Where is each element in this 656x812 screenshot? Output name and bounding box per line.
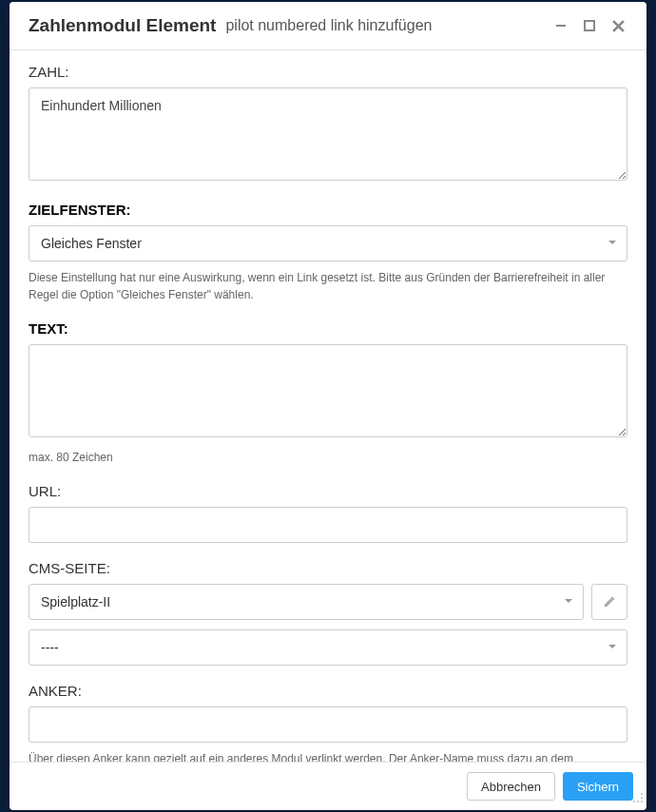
- pencil-icon: [603, 595, 616, 609]
- text-textarea[interactable]: [29, 344, 627, 437]
- dialog-subtitle: pilot numbered link hinzufügen: [225, 17, 542, 34]
- cms-sub-select[interactable]: ----: [29, 629, 627, 666]
- anker-help-1: Über diesen Anker kann gezielt auf ein a…: [29, 750, 627, 762]
- url-label: URL:: [29, 483, 627, 499]
- zielfenster-selected: Gleiches Fenster: [41, 236, 142, 251]
- dialog-body[interactable]: ZAHL: ZIELFENSTER: Gleiches Fenster Dies…: [10, 50, 646, 762]
- save-button[interactable]: Sichern: [563, 772, 633, 801]
- svg-point-6: [633, 801, 635, 802]
- anker-input[interactable]: [29, 706, 627, 743]
- close-button[interactable]: [608, 16, 627, 35]
- maximize-icon: [584, 20, 595, 31]
- svg-point-2: [641, 797, 643, 799]
- dialog-header: Zahlenmodul Element pilot numbered link …: [10, 2, 646, 50]
- zielfenster-help: Diese Einstellung hat nur eine Auswirkun…: [29, 269, 627, 303]
- zielfenster-label: ZIELFENSTER:: [29, 202, 627, 218]
- svg-rect-1: [585, 21, 594, 30]
- cms-edit-button[interactable]: [591, 584, 627, 620]
- cms-page-select[interactable]: Spielplatz-II: [29, 584, 584, 620]
- svg-point-3: [637, 801, 639, 802]
- dialog: Zahlenmodul Element pilot numbered link …: [10, 2, 646, 810]
- minimize-icon: [555, 20, 567, 31]
- zahl-label: ZAHL:: [29, 64, 627, 80]
- minimize-button[interactable]: [551, 16, 570, 35]
- cms-field: CMS-SEITE: Spielplatz-II ----: [29, 560, 627, 666]
- anker-label: ANKER:: [29, 683, 627, 699]
- cancel-button[interactable]: Abbrechen: [467, 772, 555, 801]
- cms-sub-selected: ----: [41, 640, 59, 655]
- zielfenster-select[interactable]: Gleiches Fenster: [29, 225, 627, 261]
- svg-point-4: [641, 801, 643, 802]
- url-field: URL:: [29, 483, 627, 543]
- resize-handle-icon[interactable]: [632, 790, 644, 807]
- svg-rect-0: [556, 25, 566, 27]
- close-icon: [612, 20, 625, 32]
- text-field: TEXT: max. 80 Zeichen: [29, 320, 627, 466]
- dialog-footer: Abbrechen Sichern: [10, 762, 646, 810]
- maximize-button[interactable]: [580, 16, 599, 35]
- anker-field: ANKER: Über diesen Anker kann gezielt au…: [29, 683, 627, 762]
- svg-point-5: [641, 793, 643, 795]
- url-input[interactable]: [29, 507, 627, 543]
- zahl-textarea[interactable]: [29, 87, 627, 181]
- zielfenster-field: ZIELFENSTER: Gleiches Fenster Diese Eins…: [29, 202, 627, 303]
- zahl-field: ZAHL:: [29, 64, 627, 184]
- text-help: max. 80 Zeichen: [29, 449, 627, 466]
- cms-page-selected: Spielplatz-II: [41, 594, 110, 609]
- text-label: TEXT:: [29, 320, 627, 337]
- cms-label: CMS-SEITE:: [29, 560, 627, 576]
- dialog-title: Zahlenmodul Element: [29, 15, 216, 36]
